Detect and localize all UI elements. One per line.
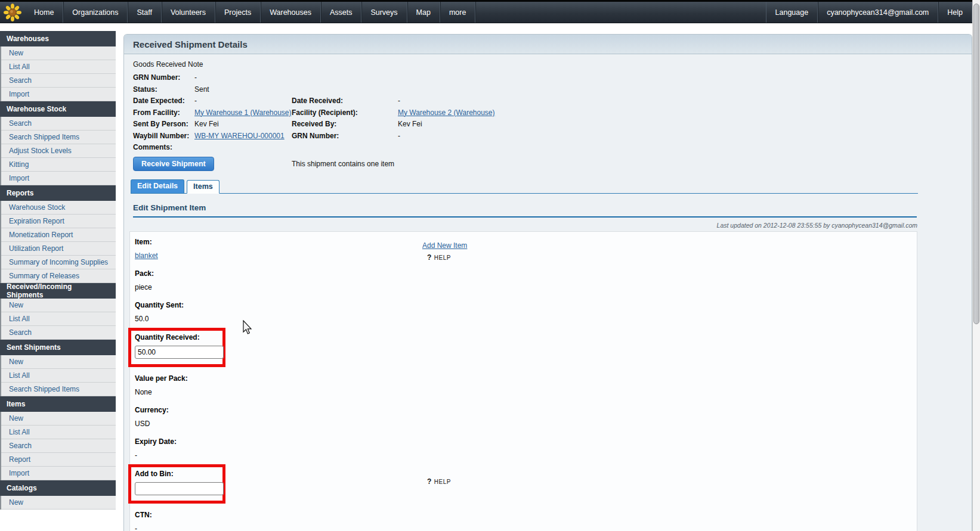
sidebar-item-stock-import[interactable]: Import	[1, 172, 116, 185]
sunflower-logo-icon[interactable]	[4, 4, 21, 21]
sidebar-item-reports-utilization[interactable]: Utilization Report	[1, 242, 116, 256]
waybill-link[interactable]: WB-MY WAREHOU-000001	[194, 132, 285, 140]
sidebar-item-warehouses-import[interactable]: Import	[1, 88, 116, 101]
sidebar-item-items-new[interactable]: New	[1, 412, 116, 426]
sidebar-item-items-list-all[interactable]: List All	[1, 426, 116, 439]
tab-edit-details[interactable]: Edit Details	[131, 179, 184, 193]
grn-intro-text: Goods Received Note	[133, 60, 972, 69]
waybill-label: Waybill Number:	[133, 131, 194, 142]
sidebar-item-items-search[interactable]: Search	[1, 439, 116, 453]
facility-recipient-label: Facility (Recipient):	[292, 107, 398, 119]
quantity-received-input[interactable]	[135, 346, 224, 359]
question-mark-icon: ?	[427, 477, 432, 486]
sidebar-item-sent-new[interactable]: New	[1, 355, 116, 369]
add-to-bin-input[interactable]	[135, 482, 224, 495]
panel-header: Received Shipment Details	[124, 35, 972, 54]
sidebar-section-items: Items	[0, 396, 116, 412]
sidebar-item-reports-monetization[interactable]: Monetization Report	[1, 228, 116, 242]
expiry-date-value: -	[135, 451, 917, 459]
grn-number2-label: GRN Number:	[292, 131, 398, 142]
sidebar-item-stock-search[interactable]: Search	[1, 117, 116, 131]
quantity-sent-label: Quantity Sent:	[135, 301, 917, 309]
sidebar-section-catalogs: Catalogs	[0, 480, 116, 496]
nav-item-surveys[interactable]: Surveys	[361, 2, 407, 23]
item-comment: Add New Item ?HELP	[422, 241, 467, 262]
grn-number-value: -	[194, 72, 292, 84]
nav-item-map[interactable]: Map	[407, 2, 440, 23]
vertical-scrollbar[interactable]	[972, 0, 980, 531]
sidebar-item-reports-expiration[interactable]: Expiration Report	[1, 215, 116, 228]
nav-item-warehouses[interactable]: Warehouses	[261, 2, 321, 23]
sent-by-label: Sent By Person:	[133, 119, 194, 131]
sidebar-section-warehouses: Warehouses	[0, 31, 116, 46]
sidebar-item-reports-incoming-supplies[interactable]: Summary of Incoming Supplies	[1, 256, 116, 269]
sidebar-item-received-list-all[interactable]: List All	[1, 312, 116, 326]
help-label: HELP	[434, 254, 451, 261]
status-label: Status:	[133, 84, 194, 96]
nav-item-more[interactable]: more	[440, 2, 475, 23]
date-expected-label: Date Expected:	[133, 95, 194, 107]
sidebar-item-reports-warehouse-stock[interactable]: Warehouse Stock	[1, 201, 116, 215]
sidebar-section-reports: Reports	[0, 185, 116, 201]
sidebar-item-stock-adjust[interactable]: Adjust Stock Levels	[1, 144, 116, 158]
grn-number-label: GRN Number:	[133, 72, 194, 84]
expiry-date-label: Expiry Date:	[135, 437, 917, 446]
sidebar-item-stock-search-shipped[interactable]: Search Shipped Items	[1, 131, 116, 144]
item-value-link[interactable]: blanket	[135, 251, 158, 260]
nav-item-home[interactable]: Home	[25, 2, 63, 23]
nav-item-projects[interactable]: Projects	[215, 2, 261, 23]
tab-bar: Edit Details Items	[131, 179, 918, 194]
from-facility-link[interactable]: My Warehouse 1 (Warehouse)	[194, 108, 292, 117]
sidebar: Warehouses New List All Search Import Wa…	[0, 31, 116, 510]
sidebar-item-warehouses-list-all[interactable]: List All	[1, 60, 116, 74]
nav-item-volunteers[interactable]: Volunteers	[162, 2, 215, 23]
date-received-label: Date Received:	[292, 95, 398, 107]
date-expected-value: -	[194, 95, 292, 107]
scrollbar-thumb[interactable]	[973, 4, 979, 324]
comments-label: Comments:	[133, 142, 194, 154]
currency-label: Currency:	[135, 406, 917, 414]
question-mark-icon: ?	[427, 253, 432, 262]
currency-value: USD	[135, 420, 917, 428]
tab-items[interactable]: Items	[187, 180, 220, 194]
nav-item-language[interactable]: Language	[766, 2, 818, 23]
receive-shipment-button[interactable]: Receive Shipment	[133, 157, 214, 171]
date-received-value: -	[398, 95, 972, 107]
sidebar-item-received-search[interactable]: Search	[1, 326, 116, 340]
sidebar-item-items-report[interactable]: Report	[1, 453, 116, 467]
sidebar-item-sent-list-all[interactable]: List All	[1, 369, 116, 383]
received-by-label: Received By:	[292, 119, 398, 131]
add-new-item-link[interactable]: Add New Item	[422, 241, 467, 250]
item-help[interactable]: ?HELP	[427, 253, 467, 262]
value-per-pack-value: None	[135, 388, 917, 396]
top-navbar: Home Organizations Staff Volunteers Proj…	[0, 0, 972, 23]
received-by-value: Kev Fei	[398, 119, 972, 131]
status-value: Sent	[194, 84, 292, 96]
pack-value: piece	[135, 283, 917, 291]
sidebar-section-warehouse-stock: Warehouse Stock	[0, 101, 116, 117]
sidebar-item-items-import[interactable]: Import	[1, 467, 116, 480]
sidebar-item-sent-search-shipped[interactable]: Search Shipped Items	[1, 383, 116, 396]
quantity-received-label: Quantity Received:	[135, 333, 219, 341]
sidebar-item-stock-kitting[interactable]: Kitting	[1, 158, 116, 172]
last-updated-text: Last updated on 2012-12-08 23:55:55 by c…	[129, 222, 917, 229]
sidebar-item-catalogs-new[interactable]: New	[1, 496, 116, 510]
nav-item-help[interactable]: Help	[938, 2, 972, 23]
sidebar-item-warehouses-search[interactable]: Search	[1, 74, 116, 88]
grn-number2-value: -	[398, 131, 972, 142]
quantity-received-highlight-box: Quantity Received:	[128, 328, 225, 367]
sidebar-item-reports-releases[interactable]: Summary of Releases	[1, 269, 116, 283]
ctn-label: CTN:	[135, 511, 917, 519]
nav-item-organizations[interactable]: Organizations	[63, 2, 128, 23]
facility-recipient-link[interactable]: My Warehouse 2 (Warehouse)	[398, 108, 495, 117]
help-label: HELP	[434, 479, 451, 485]
nav-item-assets[interactable]: Assets	[321, 2, 362, 23]
sidebar-section-sent-shipments: Sent Shipments	[0, 340, 116, 355]
nav-item-user-email[interactable]: cyanophycean314@gmail.com	[818, 2, 938, 23]
sidebar-item-received-new[interactable]: New	[1, 299, 116, 312]
main-panel: Received Shipment Details Goods Received…	[123, 34, 972, 531]
navbar-menu: Home Organizations Staff Volunteers Proj…	[0, 2, 475, 23]
nav-item-staff[interactable]: Staff	[128, 2, 161, 23]
sidebar-item-warehouses-new[interactable]: New	[1, 46, 116, 60]
add-to-bin-help[interactable]: ?HELP	[422, 477, 451, 486]
